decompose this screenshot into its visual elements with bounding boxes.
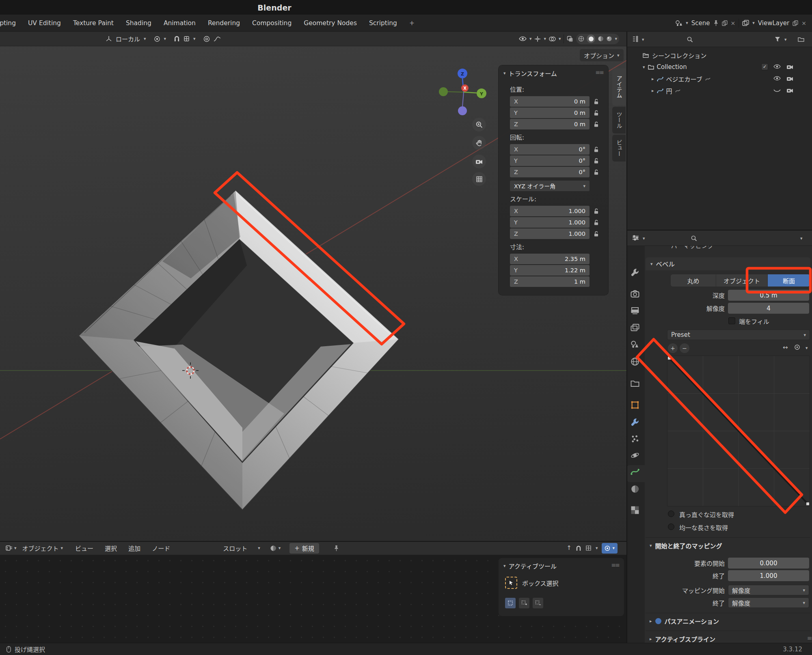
tab-sculpting[interactable]: ulpting: [0, 15, 22, 31]
tab-tool-icon[interactable]: [631, 268, 639, 277]
chevron-down-icon[interactable]: ▾: [164, 37, 166, 41]
shader-editor[interactable]: ▾ オブジェクト ▾ ビュー 選択 追加 ノード スロット ▾ ▾ + 新規 ↑: [0, 541, 626, 643]
shading-solid-icon[interactable]: [587, 34, 595, 43]
viewport-3d[interactable]: ローカル ▾ ▾ ▾: [0, 32, 626, 541]
exclude-checkbox[interactable]: ✓: [761, 63, 768, 70]
select-mode-new-icon[interactable]: [505, 598, 516, 608]
pan-hand-button[interactable]: [472, 136, 486, 150]
tab-texture-paint[interactable]: Texture Paint: [67, 15, 120, 31]
location-x-field[interactable]: X0 m: [510, 96, 590, 107]
camera-view-button[interactable]: [472, 155, 486, 168]
transform-panel-header[interactable]: ▾ トランスフォーム: [503, 69, 557, 78]
dimensions-y-field[interactable]: Y1.22 m: [510, 265, 590, 276]
location-z-field[interactable]: Z0 m: [510, 119, 590, 129]
options-dropdown[interactable]: オプション ▾: [580, 49, 624, 61]
search-icon[interactable]: [687, 36, 693, 43]
orientation-icon[interactable]: [106, 36, 112, 42]
tab-particles-icon[interactable]: [631, 434, 639, 443]
curve-handle[interactable]: [806, 502, 809, 505]
gizmos-icon[interactable]: [534, 36, 541, 42]
snap-grid-icon[interactable]: [585, 545, 592, 551]
outliner-row-scene-collection[interactable]: シーンコレクション: [643, 50, 706, 61]
preset-dropdown[interactable]: Preset ▾: [667, 330, 810, 340]
fill-caps-checkbox[interactable]: [728, 317, 735, 324]
lock-icon[interactable]: [594, 121, 599, 127]
path-animation-checkbox[interactable]: [655, 618, 661, 624]
dimensions-x-field[interactable]: X2.35 m: [510, 254, 590, 264]
close-icon[interactable]: ×: [731, 20, 736, 26]
viewlayer-name[interactable]: ViewLayer: [758, 19, 789, 27]
sample-point-icon[interactable]: [794, 344, 800, 350]
tab-scripting[interactable]: Scripting: [363, 15, 403, 31]
tab-material-icon[interactable]: [631, 485, 639, 493]
rotation-x-field[interactable]: X0°: [510, 144, 590, 155]
outliner[interactable]: ▾ ▾ シーンコレクション ▾ Collection ✓: [627, 32, 812, 231]
bevel-mode-profile[interactable]: 断面: [768, 274, 810, 287]
material-sphere-icon[interactable]: [270, 545, 276, 552]
rotation-y-field[interactable]: Y0°: [510, 155, 590, 166]
pin-icon[interactable]: [334, 545, 339, 552]
select-mode-extend-icon[interactable]: [519, 598, 529, 608]
tab-animation[interactable]: Animation: [158, 15, 202, 31]
chevron-right-icon[interactable]: ▸: [652, 88, 654, 93]
panel-grip[interactable]: ≡≡: [596, 69, 603, 75]
tab-texture-icon[interactable]: [631, 506, 639, 515]
chevron-down-icon[interactable]: ▾: [615, 37, 617, 41]
outliner-row-collection[interactable]: ▾ Collection: [643, 61, 687, 73]
orientation-label[interactable]: ローカル: [116, 34, 140, 43]
tab-object-icon[interactable]: [631, 401, 639, 409]
chevron-down-icon[interactable]: ▾: [193, 37, 196, 41]
profile-curve-widget[interactable]: [667, 356, 810, 506]
camera-visibility-icon[interactable]: [786, 76, 793, 81]
pivot-icon[interactable]: [154, 36, 160, 42]
chevron-down-icon[interactable]: ▾: [643, 65, 645, 69]
properties-editor[interactable]: ▾ ▾ ーパーマッピング: [626, 231, 812, 643]
menu-add[interactable]: 追加: [128, 544, 140, 552]
viewlayer-icon[interactable]: [742, 20, 749, 26]
outliner-row-bezier-curve[interactable]: ▸ ベジエカーブ: [652, 73, 710, 84]
straight-edges-toggle[interactable]: [668, 511, 674, 517]
chevron-down-icon[interactable]: ▾: [806, 346, 808, 350]
add-workspace-button[interactable]: +: [403, 15, 421, 31]
tab-collection-icon[interactable]: [631, 379, 639, 387]
depth-field[interactable]: 0.5 m: [728, 290, 809, 301]
scene-icon[interactable]: [675, 20, 682, 26]
editor-type-icon[interactable]: [6, 545, 13, 551]
copy-icon[interactable]: [793, 20, 798, 26]
bevel-panel-header[interactable]: ▾ ベベル: [646, 257, 810, 270]
lock-icon[interactable]: [594, 220, 599, 226]
gizmo-y-negative[interactable]: [439, 87, 448, 96]
eye-closed-icon[interactable]: [773, 89, 781, 93]
eye-icon[interactable]: [773, 76, 781, 81]
shading-wireframe-icon[interactable]: [578, 36, 584, 42]
location-y-field[interactable]: Y0 m: [510, 108, 590, 118]
falloff-icon[interactable]: [214, 36, 221, 42]
bevel-mode-round[interactable]: 丸め: [671, 274, 716, 287]
lock-icon[interactable]: [594, 99, 599, 105]
panel-grip[interactable]: ≡≡: [611, 562, 619, 568]
path-animation-header[interactable]: ▸ パスアニメーション: [650, 617, 719, 625]
shading-rendered-icon[interactable]: [606, 36, 612, 42]
tab-shading[interactable]: Shading: [120, 15, 158, 31]
visibility-eye-icon[interactable]: [519, 36, 527, 41]
magnet-icon[interactable]: [174, 36, 180, 42]
tab-uv-editing[interactable]: UV Editing: [22, 15, 67, 31]
pin-icon[interactable]: [713, 20, 719, 26]
tab-physics-icon[interactable]: [631, 451, 639, 460]
tab-render-icon[interactable]: [631, 290, 639, 298]
navigation-gizmo[interactable]: Z Y X: [436, 65, 491, 119]
menu-node[interactable]: ノード: [152, 544, 170, 552]
tab-world-icon[interactable]: [631, 357, 639, 366]
tab-modifier-icon[interactable]: [631, 418, 639, 427]
tab-output-icon[interactable]: [631, 307, 639, 315]
chevron-down-icon[interactable]: ▾: [559, 37, 561, 41]
chevron-down-icon[interactable]: ▾: [642, 37, 644, 42]
box-select-icon[interactable]: [505, 577, 517, 589]
camera-visibility-icon[interactable]: [786, 64, 793, 69]
tab-scene-icon[interactable]: [631, 340, 639, 348]
clipping-icon[interactable]: ↔: [783, 345, 788, 351]
lock-icon[interactable]: [594, 169, 599, 175]
rotation-mode-dropdown[interactable]: XYZ オイラー角 ▾: [510, 181, 590, 191]
gizmo-z-negative[interactable]: [458, 106, 467, 115]
snap-target-icon[interactable]: [184, 36, 190, 42]
